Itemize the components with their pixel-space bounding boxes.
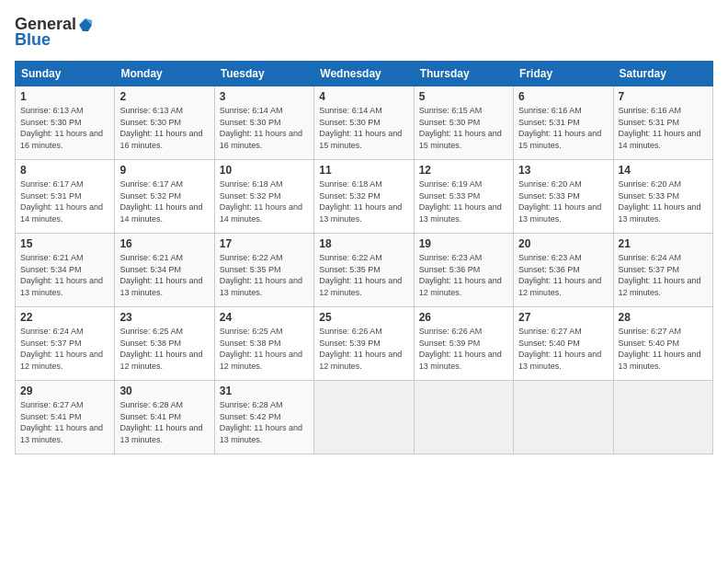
calendar-cell: 29Sunrise: 6:27 AMSunset: 5:41 PMDayligh… [16,381,115,454]
day-detail: Sunrise: 6:18 AMSunset: 5:32 PMDaylight:… [319,178,408,224]
day-detail: Sunrise: 6:25 AMSunset: 5:38 PMDaylight:… [220,326,309,372]
day-number: 18 [319,237,408,250]
day-number: 7 [619,90,708,103]
day-detail: Sunrise: 6:20 AMSunset: 5:33 PMDaylight:… [518,178,608,224]
calendar-table: SundayMondayTuesdayWednesdayThursdayFrid… [15,61,713,454]
calendar-cell: 1Sunrise: 6:13 AMSunset: 5:30 PMDaylight… [16,86,115,160]
calendar-cell: 16Sunrise: 6:21 AMSunset: 5:34 PMDayligh… [115,234,214,307]
column-header-monday: Monday [115,62,214,86]
calendar-week-row: 29Sunrise: 6:27 AMSunset: 5:41 PMDayligh… [16,381,713,454]
day-number: 24 [220,311,309,324]
day-number: 26 [419,311,508,324]
day-number: 23 [119,311,209,324]
day-number: 28 [619,311,708,324]
calendar-cell: 6Sunrise: 6:16 AMSunset: 5:31 PMDaylight… [514,86,613,160]
day-detail: Sunrise: 6:18 AMSunset: 5:32 PMDaylight:… [220,178,309,224]
logo: General Blue [15,15,95,50]
calendar-cell: 30Sunrise: 6:28 AMSunset: 5:41 PMDayligh… [115,381,214,454]
calendar-cell: 20Sunrise: 6:23 AMSunset: 5:36 PMDayligh… [514,234,613,307]
day-number: 17 [220,237,309,250]
day-number: 27 [518,311,608,324]
day-number: 10 [220,164,309,177]
calendar-cell: 31Sunrise: 6:28 AMSunset: 5:42 PMDayligh… [214,381,313,454]
calendar-week-row: 15Sunrise: 6:21 AMSunset: 5:34 PMDayligh… [16,234,713,307]
day-detail: Sunrise: 6:22 AMSunset: 5:35 PMDaylight:… [319,252,408,298]
day-detail: Sunrise: 6:15 AMSunset: 5:30 PMDaylight:… [419,105,508,151]
day-number: 19 [419,237,508,250]
day-detail: Sunrise: 6:25 AMSunset: 5:38 PMDaylight:… [119,326,209,372]
day-detail: Sunrise: 6:28 AMSunset: 5:41 PMDaylight:… [119,399,209,445]
day-number: 15 [20,237,109,250]
calendar-cell: 11Sunrise: 6:18 AMSunset: 5:32 PMDayligh… [314,160,414,234]
calendar-cell: 5Sunrise: 6:15 AMSunset: 5:30 PMDaylight… [414,86,513,160]
day-detail: Sunrise: 6:28 AMSunset: 5:42 PMDaylight:… [220,399,309,445]
day-number: 1 [20,90,109,103]
calendar-cell [314,381,414,454]
calendar-cell: 25Sunrise: 6:26 AMSunset: 5:39 PMDayligh… [314,307,414,381]
day-detail: Sunrise: 6:27 AMSunset: 5:41 PMDaylight:… [20,399,109,445]
calendar-cell: 3Sunrise: 6:14 AMSunset: 5:30 PMDaylight… [214,86,313,160]
calendar-cell: 28Sunrise: 6:27 AMSunset: 5:40 PMDayligh… [613,307,712,381]
calendar-cell: 27Sunrise: 6:27 AMSunset: 5:40 PMDayligh… [514,307,613,381]
day-detail: Sunrise: 6:13 AMSunset: 5:30 PMDaylight:… [119,105,209,151]
day-detail: Sunrise: 6:27 AMSunset: 5:40 PMDaylight:… [518,326,608,372]
day-number: 20 [518,237,608,250]
column-header-wednesday: Wednesday [314,62,414,86]
day-number: 14 [619,164,708,177]
calendar-cell: 21Sunrise: 6:24 AMSunset: 5:37 PMDayligh… [613,234,712,307]
day-detail: Sunrise: 6:16 AMSunset: 5:31 PMDaylight:… [619,105,708,151]
day-number: 30 [119,385,209,397]
calendar-cell: 26Sunrise: 6:26 AMSunset: 5:39 PMDayligh… [414,307,513,381]
day-detail: Sunrise: 6:24 AMSunset: 5:37 PMDaylight:… [20,326,109,372]
day-number: 29 [20,385,109,397]
day-number: 11 [319,164,408,177]
calendar-cell: 2Sunrise: 6:13 AMSunset: 5:30 PMDaylight… [115,86,214,160]
calendar-week-row: 8Sunrise: 6:17 AMSunset: 5:31 PMDaylight… [16,160,713,234]
calendar-cell: 14Sunrise: 6:20 AMSunset: 5:33 PMDayligh… [613,160,712,234]
calendar-week-row: 1Sunrise: 6:13 AMSunset: 5:30 PMDaylight… [16,86,713,160]
day-detail: Sunrise: 6:21 AMSunset: 5:34 PMDaylight:… [119,252,209,298]
logo-bird-icon [77,17,94,33]
calendar-header-row: SundayMondayTuesdayWednesdayThursdayFrid… [16,62,713,86]
day-number: 16 [119,237,209,250]
day-detail: Sunrise: 6:14 AMSunset: 5:30 PMDaylight:… [220,105,309,151]
day-number: 31 [220,385,309,397]
calendar-cell [414,381,513,454]
calendar-cell: 12Sunrise: 6:19 AMSunset: 5:33 PMDayligh… [414,160,513,234]
calendar-cell: 24Sunrise: 6:25 AMSunset: 5:38 PMDayligh… [214,307,313,381]
calendar-cell [514,381,613,454]
calendar-cell: 7Sunrise: 6:16 AMSunset: 5:31 PMDaylight… [613,86,712,160]
calendar-cell [613,381,712,454]
day-detail: Sunrise: 6:14 AMSunset: 5:30 PMDaylight:… [319,105,408,151]
day-detail: Sunrise: 6:26 AMSunset: 5:39 PMDaylight:… [319,326,408,372]
column-header-thursday: Thursday [414,62,513,86]
day-detail: Sunrise: 6:16 AMSunset: 5:31 PMDaylight:… [518,105,608,151]
day-number: 21 [619,237,708,250]
day-detail: Sunrise: 6:17 AMSunset: 5:31 PMDaylight:… [20,178,109,224]
day-number: 4 [319,90,408,103]
logo-blue: Blue [15,30,51,50]
column-header-tuesday: Tuesday [214,62,313,86]
calendar-cell: 18Sunrise: 6:22 AMSunset: 5:35 PMDayligh… [314,234,414,307]
day-detail: Sunrise: 6:20 AMSunset: 5:33 PMDaylight:… [619,178,708,224]
calendar-cell: 13Sunrise: 6:20 AMSunset: 5:33 PMDayligh… [514,160,613,234]
day-detail: Sunrise: 6:13 AMSunset: 5:30 PMDaylight:… [20,105,109,151]
day-number: 9 [119,164,209,177]
day-number: 3 [220,90,309,103]
day-detail: Sunrise: 6:26 AMSunset: 5:39 PMDaylight:… [419,326,508,372]
day-detail: Sunrise: 6:23 AMSunset: 5:36 PMDaylight:… [419,252,508,298]
calendar-cell: 17Sunrise: 6:22 AMSunset: 5:35 PMDayligh… [214,234,313,307]
day-number: 12 [419,164,508,177]
day-number: 5 [419,90,508,103]
column-header-saturday: Saturday [613,62,712,86]
calendar-cell: 22Sunrise: 6:24 AMSunset: 5:37 PMDayligh… [16,307,115,381]
calendar-cell: 10Sunrise: 6:18 AMSunset: 5:32 PMDayligh… [214,160,313,234]
calendar-cell: 8Sunrise: 6:17 AMSunset: 5:31 PMDaylight… [16,160,115,234]
day-number: 8 [20,164,109,177]
day-detail: Sunrise: 6:24 AMSunset: 5:37 PMDaylight:… [619,252,708,298]
day-detail: Sunrise: 6:27 AMSunset: 5:40 PMDaylight:… [619,326,708,372]
day-detail: Sunrise: 6:22 AMSunset: 5:35 PMDaylight:… [220,252,309,298]
day-number: 25 [319,311,408,324]
calendar-cell: 4Sunrise: 6:14 AMSunset: 5:30 PMDaylight… [314,86,414,160]
day-number: 22 [20,311,109,324]
